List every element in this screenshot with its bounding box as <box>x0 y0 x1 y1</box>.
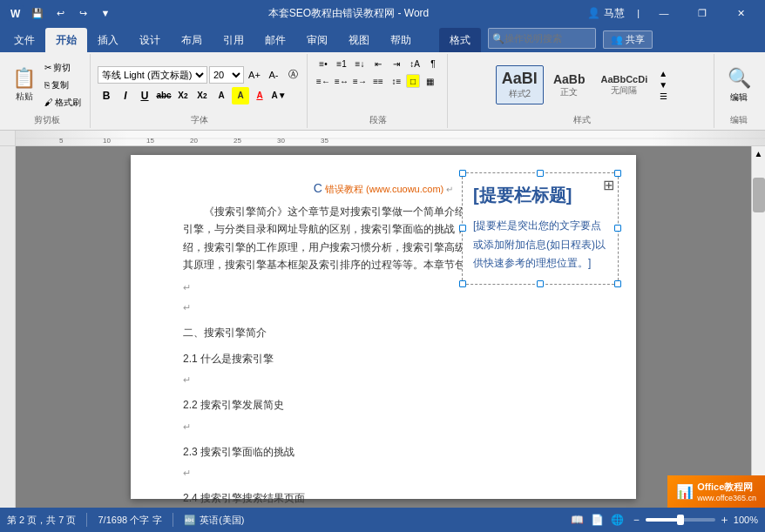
align-right-button[interactable]: ≡→ <box>351 73 369 89</box>
italic-button[interactable]: I <box>117 87 134 104</box>
style-nosp-label: 无间隔 <box>611 84 637 97</box>
customize-qat-button[interactable]: ▼ <box>96 3 115 23</box>
tab-format[interactable]: 格式 <box>439 28 481 52</box>
tab-mailings[interactable]: 邮件 <box>254 28 296 52</box>
handle-mr[interactable] <box>614 225 621 232</box>
scrollbar-vertical[interactable]: ▲ ▼ <box>751 146 765 508</box>
search-input[interactable] <box>504 33 592 44</box>
cut-button[interactable]: ✂ 剪切 <box>41 60 85 76</box>
style-item-nosp[interactable]: AaBbCcDi 无间隔 <box>594 70 653 101</box>
heading-22[interactable]: 2.2 搜索引擎发展简史 <box>183 396 584 415</box>
bold-button[interactable]: B <box>98 87 115 104</box>
para-mark-4: ↵ <box>183 419 584 436</box>
window-title: 本套SEO教程由错误教程网 - Word <box>115 6 582 21</box>
style-normal-label: 正文 <box>560 86 578 98</box>
increase-indent-button[interactable]: ⇥ <box>388 56 405 71</box>
superscript-button[interactable]: X2 <box>193 87 211 104</box>
style-item-normal[interactable]: AaBb 正文 <box>547 68 592 103</box>
zoom-in-button[interactable]: ＋ <box>719 512 730 528</box>
style-scroll-down-button[interactable]: ▼ <box>659 80 667 90</box>
tab-review[interactable]: 审阅 <box>296 28 338 52</box>
heading-21[interactable]: 2.1 什么是搜索引擎 <box>183 350 584 369</box>
help-search-box[interactable]: 🔍 <box>488 28 596 49</box>
style-item-2[interactable]: AaBl 样式2 <box>496 65 544 104</box>
edit-button[interactable]: 🔍 编辑 <box>721 59 756 111</box>
document-scroll[interactable]: C 错误教程 (www.cuowu.com) ↵ 《搜索引擎简介》这个章节是对搜… <box>16 146 751 508</box>
edit-icon: 🔍 <box>728 67 751 90</box>
format-painter-button[interactable]: 🖌 格式刷 <box>41 95 85 111</box>
restore-button[interactable]: ❐ <box>685 0 720 26</box>
print-layout-button[interactable]: 📄 <box>591 514 604 526</box>
shading-button[interactable]: □ <box>406 74 420 88</box>
tab-design[interactable]: 设计 <box>129 28 171 52</box>
sidebar-widget[interactable]: ⊞ [提要栏标题] [提要栏是突出您的文字要点或添加附加信息(如日程表)以供快速… <box>462 172 619 285</box>
subscript-button[interactable]: X2 <box>174 87 192 104</box>
handle-br[interactable] <box>614 280 621 287</box>
tab-insert[interactable]: 插入 <box>87 28 129 52</box>
decrease-font-button[interactable]: A- <box>265 66 282 84</box>
svg-text:5: 5 <box>59 137 64 145</box>
heading-2[interactable]: 二、搜索引擎简介 <box>183 324 584 343</box>
style-scroll-up-button[interactable]: ▲ <box>659 69 667 78</box>
zoom-slider[interactable] <box>646 518 715 522</box>
copy-button[interactable]: ⎘ 复制 <box>41 77 85 93</box>
text-effects-button[interactable]: A <box>213 87 230 104</box>
highlight-button[interactable]: A <box>232 87 249 104</box>
tab-file[interactable]: 文件 <box>3 28 45 52</box>
increase-font-button[interactable]: A+ <box>246 66 263 84</box>
heading-23[interactable]: 2.3 搜索引擎面临的挑战 <box>183 443 584 462</box>
handle-ml[interactable] <box>459 225 466 232</box>
underline-button[interactable]: U <box>136 87 153 104</box>
heading-24[interactable]: 2.4 搜索引擎搜索结果页面 <box>183 489 584 508</box>
font-color2-button[interactable]: A▼ <box>270 87 288 104</box>
handle-bc[interactable] <box>537 280 544 287</box>
word-count[interactable]: 7/1698 个字 字 <box>98 514 162 527</box>
strikethrough-button[interactable]: abc <box>155 87 173 104</box>
web-layout-button[interactable]: 🌐 <box>611 514 624 526</box>
edit-group-label: 编辑 <box>716 114 762 126</box>
multilevel-list-button[interactable]: ≡↓ <box>351 56 369 71</box>
justify-button[interactable]: ≡≡ <box>369 73 387 89</box>
number-list-button[interactable]: ≡1 <box>333 56 350 71</box>
sort-button[interactable]: ↕A <box>406 56 423 71</box>
font-size-select[interactable]: 20 <box>209 66 244 84</box>
style-expand-button[interactable]: ☰ <box>659 91 667 101</box>
clipboard-small-btns: ✂ 剪切 ⎘ 复制 🖌 格式刷 <box>41 60 85 111</box>
read-mode-button[interactable]: 📖 <box>571 514 584 526</box>
font-group-label: 字体 <box>92 114 307 126</box>
user-info[interactable]: 👤 马慧 <box>582 6 630 21</box>
font-color-button[interactable]: A <box>251 87 268 104</box>
save-button[interactable]: 💾 <box>28 3 47 23</box>
handle-tc[interactable] <box>537 170 544 177</box>
language-item[interactable]: 🔤 英语(美国) <box>184 514 244 527</box>
clear-format-button[interactable]: Ⓐ <box>284 66 301 84</box>
scroll-up-button[interactable]: ▲ <box>752 146 766 160</box>
handle-bl[interactable] <box>459 280 466 287</box>
zoom-thumb[interactable] <box>677 515 684 525</box>
close-button[interactable]: ✕ <box>723 0 758 26</box>
line-spacing-button[interactable]: ↕≡ <box>388 73 405 89</box>
bullet-list-button[interactable]: ≡• <box>315 56 332 71</box>
page-info[interactable]: 第 2 页，共 7 页 <box>7 514 76 527</box>
align-center-button[interactable]: ≡↔ <box>333 73 350 89</box>
scrollbar-thumb[interactable] <box>753 178 765 212</box>
share-button[interactable]: 👥 共享 <box>603 30 653 49</box>
minimize-button[interactable]: — <box>647 0 681 26</box>
tab-home[interactable]: 开始 <box>45 28 87 52</box>
tab-help[interactable]: 帮助 <box>380 28 422 52</box>
show-marks-button[interactable]: ¶ <box>424 56 442 71</box>
paste-button[interactable]: 📋 粘贴 <box>9 59 39 111</box>
border-button[interactable]: ▦ <box>421 73 438 89</box>
redo-button[interactable]: ↪ <box>73 3 92 23</box>
handle-tr[interactable] <box>614 170 621 177</box>
align-left-button[interactable]: ≡← <box>315 73 332 89</box>
tab-layout[interactable]: 布局 <box>171 28 213 52</box>
font-face-select[interactable]: 等线 Light (西文标题) <box>98 66 207 84</box>
tab-references[interactable]: 引用 <box>213 28 254 52</box>
decrease-indent-button[interactable]: ⇤ <box>369 56 387 71</box>
zoom-out-button[interactable]: － <box>631 512 642 528</box>
handle-tl[interactable] <box>459 170 466 177</box>
tab-view[interactable]: 视图 <box>338 28 380 52</box>
widget-layout-icon[interactable]: ⊞ <box>603 177 614 193</box>
undo-button[interactable]: ↩ <box>51 3 70 23</box>
